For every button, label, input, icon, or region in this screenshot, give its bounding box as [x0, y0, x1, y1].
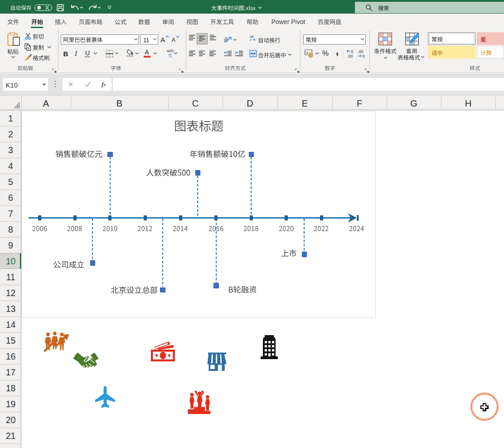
svg-text:c: c	[250, 38, 252, 41]
svg-text:0: 0	[363, 54, 365, 58]
svg-text:0: 0	[351, 49, 354, 54]
svg-text:.00: .00	[347, 54, 353, 58]
svg-text:.00: .00	[358, 49, 363, 54]
svg-text:¥: ¥	[305, 51, 308, 55]
